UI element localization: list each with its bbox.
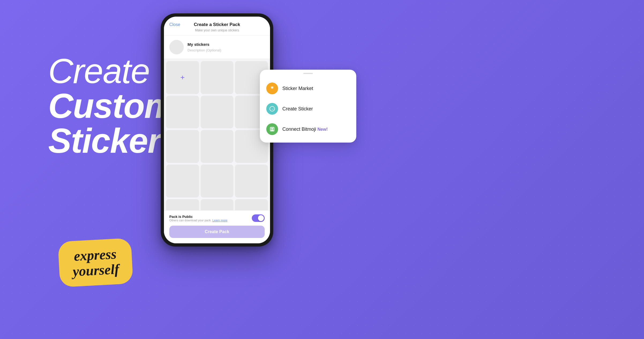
sticker-cell[interactable]	[235, 199, 268, 210]
connect-bitmoji-icon	[266, 123, 278, 135]
sticker-cell[interactable]	[201, 199, 234, 210]
svg-point-9	[271, 128, 273, 129]
sticker-cell[interactable]	[201, 165, 234, 198]
phone-screen: Close Create a Sticker Pack Make your ow…	[164, 17, 270, 243]
headline-line3: Stickers	[48, 123, 179, 158]
pack-avatar[interactable]	[169, 40, 184, 54]
toggle-sub: Others can download your pack. Learn mor…	[169, 219, 227, 222]
new-badge: New!	[317, 127, 328, 132]
headline-line1: Create	[48, 54, 179, 88]
pack-info: My stickers Description (Optional)	[164, 36, 270, 59]
sticker-market-label: Sticker Market	[282, 86, 313, 91]
add-sticker-cell[interactable]: +	[166, 61, 199, 94]
phone-nav: Close Create a Sticker Pack	[169, 22, 265, 27]
svg-point-6	[271, 108, 273, 110]
pack-desc-field[interactable]: Description (Optional)	[188, 48, 265, 52]
svg-point-3	[271, 87, 272, 87]
plus-icon: +	[180, 73, 185, 82]
learn-more-link[interactable]: Learn more	[212, 219, 227, 222]
sticker-cell[interactable]	[166, 165, 199, 198]
popup-item-sticker-market[interactable]: Sticker Market	[260, 78, 356, 99]
sticker-cell[interactable]	[235, 165, 268, 198]
create-sticker-icon	[266, 103, 278, 115]
phone-subtitle: Make your own unique stickers	[169, 28, 265, 32]
popup-handle	[303, 73, 313, 74]
connect-bitmoji-label: Connect Bitmoji New!	[282, 126, 328, 132]
toggle-switch[interactable]	[252, 214, 265, 222]
sticker-cell[interactable]	[201, 130, 234, 163]
phone-shell: Close Create a Sticker Pack Make your ow…	[161, 13, 273, 247]
popup-menu: Sticker Market Create Sticker	[260, 70, 356, 143]
phone-title: Create a Sticker Pack	[194, 22, 240, 27]
express-badge: express yourself	[58, 238, 133, 287]
phone-container: Close Create a Sticker Pack Make your ow…	[161, 13, 273, 247]
public-toggle: Pack is Public Others can download your …	[169, 214, 265, 222]
popup-item-create-sticker[interactable]: Create Sticker	[260, 99, 356, 119]
sticker-cell[interactable]	[166, 96, 199, 129]
sticker-cell[interactable]	[201, 61, 234, 94]
badge-line1: express	[72, 246, 119, 264]
sticker-market-icon	[266, 83, 278, 94]
toggle-label: Pack is Public	[169, 215, 227, 219]
badge-line2: yourself	[72, 261, 119, 279]
phone-header: Close Create a Sticker Pack Make your ow…	[164, 17, 270, 36]
left-content: Create Custom Stickers	[48, 54, 179, 158]
popup-item-connect-bitmoji[interactable]: Connect Bitmoji New!	[260, 119, 356, 139]
phone-bottom: Pack is Public Others can download your …	[164, 210, 270, 243]
pack-name-field[interactable]: My stickers	[188, 42, 265, 47]
pack-fields: My stickers Description (Optional)	[188, 42, 265, 52]
sticker-cell[interactable]	[201, 96, 234, 129]
close-button[interactable]: Close	[169, 22, 180, 27]
sticker-cell[interactable]	[166, 130, 199, 163]
create-sticker-label: Create Sticker	[282, 106, 313, 112]
headline-line2: Custom	[48, 88, 179, 123]
sticker-grid: +	[164, 59, 270, 210]
svg-point-4	[273, 87, 273, 87]
create-pack-button[interactable]: Create Pack	[169, 226, 265, 238]
sticker-cell[interactable]	[166, 199, 199, 210]
